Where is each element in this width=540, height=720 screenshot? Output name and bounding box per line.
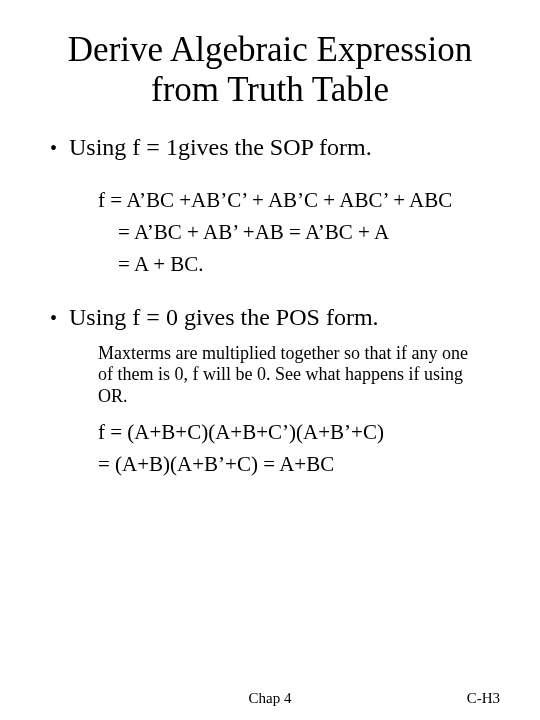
- bullet-pos-text: Using f = 0 gives the POS form.: [69, 303, 379, 332]
- slide: Derive Algebraic Expression from Truth T…: [0, 0, 540, 720]
- bullet-dot-icon: •: [50, 133, 57, 163]
- bullet-pos: • Using f = 0 gives the POS form.: [50, 303, 500, 333]
- footer-center: Chap 4: [0, 690, 540, 707]
- bullet-dot-icon: •: [50, 303, 57, 333]
- sop-line3: = A + BC.: [98, 251, 470, 277]
- bullet-sop-text: Using f = 1gives the SOP form.: [69, 133, 372, 162]
- sop-line2: = A’BC + AB’ +AB = A’BC + A: [98, 219, 470, 245]
- footer-right: C-H3: [467, 690, 500, 707]
- pos-line1: f = (A+B+C)(A+B+C’)(A+B’+C): [98, 419, 470, 445]
- pos-line2: = (A+B)(A+B’+C) = A+BC: [98, 451, 470, 477]
- page-title: Derive Algebraic Expression from Truth T…: [40, 30, 500, 111]
- sop-line1: f = A’BC +AB’C’ + AB’C + ABC’ + ABC: [98, 187, 470, 213]
- pos-note: Maxterms are multiplied together so that…: [98, 343, 470, 407]
- bullet-sop: • Using f = 1gives the SOP form.: [50, 133, 500, 163]
